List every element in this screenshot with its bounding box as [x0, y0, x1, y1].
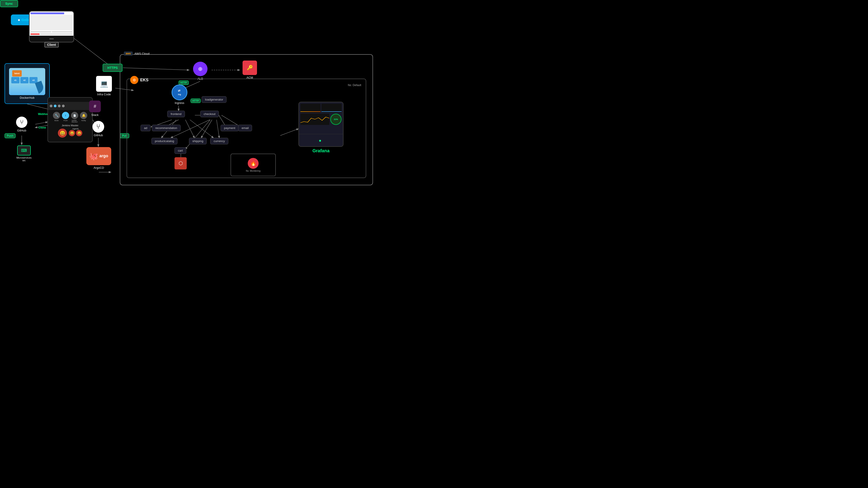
loadgenerator-node: loadgenerator — [202, 96, 226, 103]
grafana-top-row — [301, 104, 342, 113]
clone-badge: Clone — [38, 126, 46, 129]
eks-label-area: ⚙ EKS — [130, 76, 149, 84]
checkout-label: checkout — [204, 112, 215, 116]
redis-node: ⬡ — [175, 157, 187, 169]
http-loadgen-badge: HTTP — [191, 98, 201, 103]
gauge-label: 21% — [334, 118, 338, 121]
client-label: Client — [44, 42, 59, 47]
shipping-node: shipping — [189, 138, 207, 144]
docker-v2: v2 — [20, 77, 29, 84]
microservices-label: Microservicessrc — [16, 156, 31, 162]
ns-default-text: Ns: Default — [348, 84, 361, 87]
slack-label: Slack — [91, 113, 98, 117]
jenkins-icons: 🔧 Build ↑ Push 📄 UpdateManifest 🔔 Notify — [51, 112, 89, 123]
productcatalog-label: productcatalog — [155, 139, 174, 143]
infracode-label: Infra Code — [97, 93, 111, 96]
grafana-frame: 21% — [298, 102, 344, 147]
jenkins-master-label: Jenkins Master — [62, 124, 79, 127]
ingress-node: ⇄ing Ingress — [168, 83, 191, 106]
https-text: HTTPS — [107, 66, 118, 70]
argocd-label: ArgoCD — [94, 166, 104, 169]
payment-label: payment — [224, 126, 235, 130]
grafana-bottom-row: 21% — [301, 113, 342, 125]
jenkins-agents: Agents 😄 😄 — [69, 128, 82, 138]
grafana-status-dot — [319, 140, 321, 142]
email-node: email — [238, 125, 252, 131]
sync-text: Sync — [5, 2, 13, 5]
jenkins-push-btn — [54, 105, 57, 107]
client-node: Client — [29, 11, 74, 42]
infracode-icon: 💻 — [96, 76, 112, 92]
dockerhub-label: DockerHub — [20, 96, 34, 99]
aws-logo-area: aws AWS Cloud — [124, 52, 149, 56]
grafana-gauge: 21% — [330, 113, 342, 125]
aws-badge: aws — [124, 52, 133, 56]
aws-cloud-text: AWS Cloud — [134, 52, 150, 55]
eks-label: EKS — [140, 78, 149, 83]
client-screen — [30, 11, 73, 36]
github-right-node: ⑂ GitHub — [88, 120, 108, 138]
github-right-icon: ⑂ — [92, 121, 104, 133]
acm-node: 🔑 ACM — [240, 60, 260, 80]
shipping-label: shipping — [192, 139, 203, 143]
godaddy-icon: ● — [18, 18, 20, 22]
docker-latest: latest — [12, 70, 22, 76]
svg-line-3 — [35, 122, 48, 124]
slack-node: # Slack — [86, 99, 104, 118]
jenkins-update-btn — [58, 105, 61, 107]
currency-node: currency — [210, 138, 228, 144]
push-left-badge: Push — [4, 133, 16, 138]
svg-line-1 — [74, 38, 113, 68]
http-loadgen-badge-inner: HTTP — [191, 98, 201, 103]
payment-node: payment — [221, 125, 239, 131]
jenkins-push-icon: ↑ Push — [62, 112, 69, 123]
email-label: email — [242, 126, 249, 130]
client-frame — [29, 11, 74, 42]
acm-icon: 🔑 — [243, 61, 257, 75]
ingress-label: Ingress — [175, 101, 184, 105]
slack-icon: # — [89, 101, 101, 112]
docker-v1: v1 — [11, 77, 20, 84]
docker-blocks: latest v1 v2 v3 — [11, 72, 37, 84]
dockerhub-node: latest v1 v2 v3 DockerHub — [4, 63, 50, 104]
jenkins-faces: 😄 Agents 😄 😄 — [58, 128, 82, 138]
currency-label: currency — [214, 139, 225, 143]
argocd-node: 🐙 argo ArgoCD — [84, 144, 114, 172]
eks-icon: ⚙ — [130, 76, 138, 84]
github-left-icon: ⑂ — [16, 117, 27, 128]
grafana-label: Grafana — [312, 148, 330, 153]
ns-monitoring-icon: 🔥 — [248, 158, 258, 169]
github-left-label: GitHub — [17, 129, 26, 132]
microservices-node: ⌨ Microservicessrc — [10, 144, 37, 163]
ns-monitoring-node: 🔥 Ns: Monitering — [230, 154, 276, 176]
https-badge: HTTPS — [103, 64, 123, 72]
client-bar — [31, 12, 64, 14]
terminal-symbol: ⌨ — [21, 148, 27, 153]
sync-badge: Sync — [0, 0, 18, 7]
jenkins-update-icon: 📄 UpdateManifest — [71, 112, 78, 123]
jenkins-header — [48, 102, 92, 110]
loadgenerator-label: loadgenerator — [205, 98, 223, 101]
recommendation-node: recommendation — [152, 125, 181, 131]
frontend-label: frontend — [170, 112, 182, 116]
grafana-node: 21% Grafana — [298, 102, 344, 153]
github-right-label: GitHub — [94, 133, 103, 137]
clone-text: Clone — [38, 126, 46, 129]
docker-icon: latest v1 v2 v3 — [9, 68, 45, 95]
push-left-text: Push — [4, 133, 16, 138]
docker-tail — [35, 80, 45, 94]
argocd-icon: 🐙 argo — [86, 147, 111, 165]
frontend-node: frontend — [167, 111, 185, 117]
ingress-icon: ⇄ing — [172, 85, 187, 100]
recommendation-label: recommendation — [155, 126, 177, 130]
productcatalog-node: productcatalog — [151, 138, 178, 144]
redis-icon: ⬡ — [175, 157, 187, 169]
jenkins-build-icon: 🔧 Build — [53, 112, 60, 123]
grafana-screen: 21% — [299, 102, 343, 134]
aws-icon: aws — [126, 52, 131, 55]
terminal-icon: ⌨ — [17, 145, 31, 156]
cart-label: cart — [178, 149, 183, 152]
grafana-bottom — [299, 134, 343, 147]
cart-node: cart — [175, 147, 186, 154]
github-left-node: ⑂ GitHub — [10, 115, 33, 133]
